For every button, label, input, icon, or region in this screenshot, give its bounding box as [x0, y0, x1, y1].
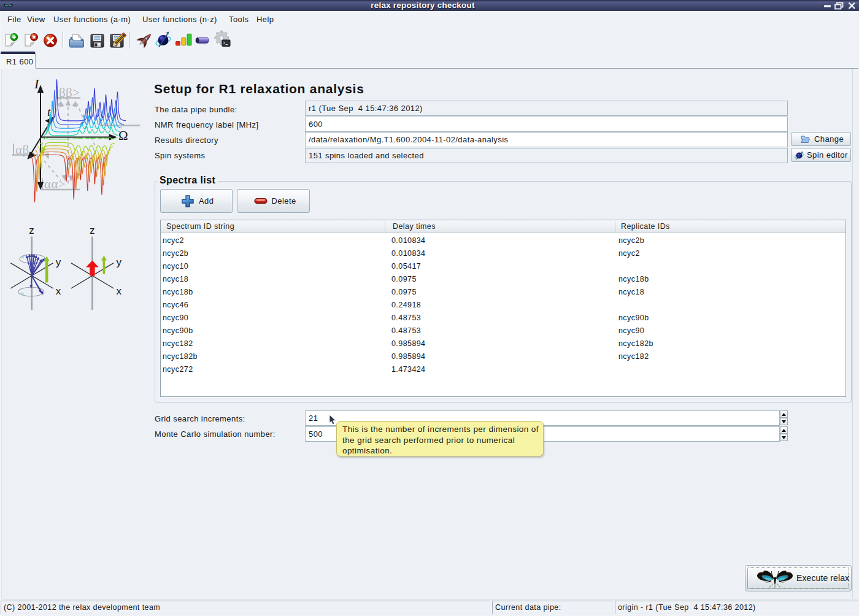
svg-text:y: y: [56, 256, 61, 268]
svg-text:αβ: αβ: [15, 142, 29, 157]
svg-text:z: z: [90, 225, 95, 236]
svg-text:z: z: [29, 225, 34, 236]
svg-text:I: I: [34, 76, 40, 91]
svg-text:ββ>: ββ>: [59, 85, 80, 100]
svg-text:y: y: [116, 256, 121, 268]
svg-text:αα>: αα>: [44, 177, 66, 191]
svg-text:x: x: [56, 285, 61, 297]
svg-text:Ω: Ω: [118, 128, 128, 143]
svg-text:x: x: [116, 285, 121, 297]
